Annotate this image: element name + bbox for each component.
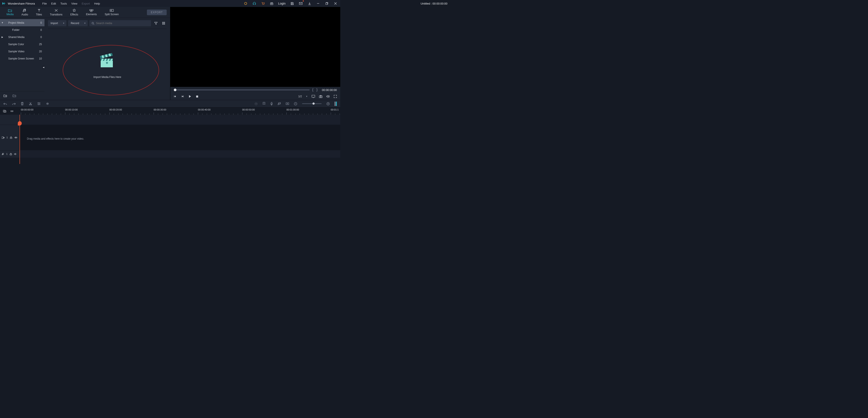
preview-seek-slider[interactable] xyxy=(174,89,310,90)
svg-rect-31 xyxy=(106,62,107,64)
zoom-out-button[interactable] xyxy=(294,102,297,106)
mark-out-button[interactable]: } xyxy=(316,88,318,92)
menu-help[interactable]: Help xyxy=(92,2,102,5)
playhead[interactable] xyxy=(20,115,20,164)
menu-view[interactable]: View xyxy=(69,2,80,5)
import-dropdown-label: Import xyxy=(51,22,58,25)
sidebar-item-count: 20 xyxy=(39,50,42,53)
sidebar-collapse-toggle[interactable]: ◀ xyxy=(42,66,44,69)
menu-export[interactable]: Export xyxy=(80,2,92,5)
svg-rect-7 xyxy=(92,9,93,11)
svg-rect-15 xyxy=(163,23,164,24)
save-icon[interactable] xyxy=(288,0,296,7)
play-button[interactable] xyxy=(189,95,191,98)
preview-canvas[interactable] xyxy=(170,7,340,87)
delete-button[interactable] xyxy=(21,102,24,105)
keyframe-icon[interactable] xyxy=(286,102,289,105)
audio-track-header[interactable]: 1 xyxy=(0,150,19,158)
audio-mixer-icon[interactable] xyxy=(278,102,281,105)
zoom-in-button[interactable] xyxy=(327,102,330,106)
tab-audio[interactable]: Audio xyxy=(18,7,32,18)
timeline-tracks[interactable]: Drag media and effects here to create yo… xyxy=(19,115,340,158)
clapper-icon xyxy=(98,50,117,70)
svg-rect-17 xyxy=(162,24,163,25)
tips-icon[interactable] xyxy=(242,0,250,7)
mark-in-button[interactable]: { xyxy=(312,88,314,92)
svg-rect-18 xyxy=(163,24,164,25)
new-folder-icon[interactable] xyxy=(3,94,7,97)
undo-button[interactable] xyxy=(3,102,7,105)
timeline-toolbar xyxy=(0,100,340,107)
tab-split-screen[interactable]: Split Screen xyxy=(101,8,123,17)
svg-rect-36 xyxy=(312,95,315,97)
filter-icon[interactable] xyxy=(153,20,159,26)
volume-icon[interactable] xyxy=(327,95,330,98)
grid-view-icon[interactable] xyxy=(161,20,167,26)
redo-button[interactable] xyxy=(12,102,16,105)
svg-rect-55 xyxy=(10,154,12,155)
tab-transitions-label: Transitions xyxy=(50,13,62,16)
zoom-slider[interactable] xyxy=(302,103,321,104)
mail-icon[interactable] xyxy=(297,0,305,7)
category-tabs: Media Audio Titles Transitions Effects E… xyxy=(0,7,170,18)
chevron-down-icon: ▼ xyxy=(306,95,308,97)
render-preview-icon[interactable] xyxy=(254,102,258,106)
import-dropdown[interactable]: Import ▼ xyxy=(48,20,66,26)
tab-elements[interactable]: Elements xyxy=(82,8,101,17)
zoom-to-fit-button[interactable] xyxy=(335,101,337,106)
voiceover-icon[interactable] xyxy=(270,102,273,106)
sidebar-item-sample-green-screen[interactable]: Sample Green Screen 10 xyxy=(0,55,44,62)
tab-transitions[interactable]: Transitions xyxy=(46,7,66,18)
menu-tools[interactable]: Tools xyxy=(58,2,69,5)
gift-icon[interactable] xyxy=(268,0,276,7)
menu-file[interactable]: File xyxy=(40,2,49,5)
eye-icon[interactable] xyxy=(14,137,18,139)
edit-properties-icon[interactable] xyxy=(37,102,40,105)
lock-icon[interactable] xyxy=(10,137,12,139)
preview-quality-dropdown[interactable]: 1/2 ▼ xyxy=(298,95,308,98)
stop-button[interactable] xyxy=(196,95,198,98)
export-button[interactable]: EXPORT xyxy=(147,9,167,15)
fullscreen-icon[interactable] xyxy=(334,95,337,98)
next-frame-button[interactable] xyxy=(181,95,184,98)
snapshot-icon[interactable] xyxy=(319,95,322,98)
sidebar-item-shared-media[interactable]: ▶ Shared Media 0 xyxy=(0,33,44,40)
sidebar-item-folder[interactable]: Folder 0 xyxy=(0,26,44,33)
window-maximize-icon[interactable] xyxy=(323,0,331,7)
open-folder-icon[interactable] xyxy=(12,94,16,97)
speaker-icon[interactable] xyxy=(14,153,17,155)
window-close-icon[interactable] xyxy=(332,0,339,7)
sidebar-item-sample-video[interactable]: Sample Video 20 xyxy=(0,48,44,55)
video-track-header[interactable]: 1 xyxy=(0,125,19,150)
crop-icon[interactable] xyxy=(46,102,49,105)
tab-elements-label: Elements xyxy=(86,13,97,16)
split-button[interactable] xyxy=(29,102,32,105)
login-button[interactable]: Login xyxy=(276,2,287,5)
svg-rect-46 xyxy=(271,102,272,104)
sidebar-item-project-media[interactable]: ▼ Project Media 0 xyxy=(0,19,44,26)
tab-media[interactable]: Media xyxy=(3,8,18,17)
timeline-link-icon[interactable] xyxy=(10,110,14,113)
cart-icon[interactable] xyxy=(259,0,267,7)
svg-point-54 xyxy=(16,137,16,138)
tab-effects[interactable]: Effects xyxy=(66,7,82,18)
search-input[interactable] xyxy=(96,22,149,25)
timeline-select-mode-icon[interactable] xyxy=(3,110,6,113)
timeline-ruler[interactable]: 00:00:00:0000:00:10:0000:00:20:0000:00:3… xyxy=(19,108,340,115)
search-media-field[interactable] xyxy=(89,20,151,26)
ruler-label: 00:00:10:00 xyxy=(65,108,78,111)
window-minimize-icon[interactable] xyxy=(314,0,322,7)
tab-titles[interactable]: Titles xyxy=(32,7,46,18)
import-drop-zone[interactable]: Import Media Files Here xyxy=(48,29,167,100)
svg-rect-33 xyxy=(174,95,175,97)
prev-frame-button[interactable] xyxy=(174,95,177,98)
menu-edit[interactable]: Edit xyxy=(49,2,58,5)
svg-rect-5 xyxy=(326,3,328,5)
support-icon[interactable] xyxy=(250,0,258,7)
record-dropdown[interactable]: Record ▼ xyxy=(68,20,88,26)
lock-icon[interactable] xyxy=(10,153,12,155)
preview-display-icon[interactable] xyxy=(312,95,315,98)
sidebar-item-sample-color[interactable]: Sample Color 25 xyxy=(0,40,44,48)
marker-icon[interactable] xyxy=(262,102,266,105)
download-icon[interactable] xyxy=(306,0,313,7)
